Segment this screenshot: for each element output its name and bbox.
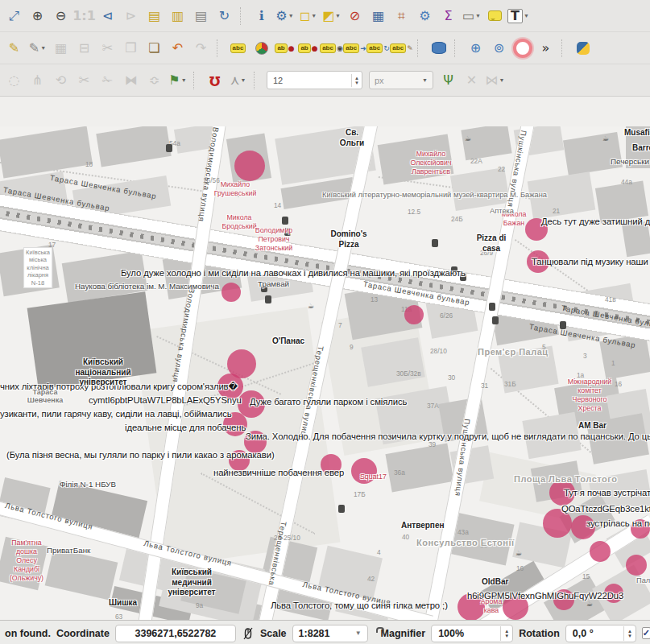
bookmark-show-icon[interactable]: ▥ [167, 5, 188, 27]
snap-tolerance[interactable]: 12▲▼ [267, 71, 362, 89]
map-canvas[interactable]: ☕☕☕☕☕Було дуже холодно і ми сиділи на ла… [0, 126, 650, 620]
toggle-editing-icon[interactable]: ✎▼ [27, 37, 48, 59]
bookmark-new-icon[interactable]: ▤ [143, 5, 165, 27]
pin-labels-icon[interactable]: ab● [274, 37, 296, 59]
python-console-icon[interactable] [572, 37, 594, 59]
redo-icon[interactable]: ↷ [190, 37, 212, 59]
house-number: 12.5 [408, 208, 420, 216]
pink-marker [590, 541, 611, 562]
processing-toolbox-icon[interactable]: ⚙ [414, 5, 436, 27]
split-parts-icon[interactable]: ✁ [97, 69, 118, 91]
curve-digitize-icon[interactable]: ⋈▼ [484, 69, 506, 91]
house-number: 4 [377, 548, 381, 556]
house-number: 42 [367, 575, 375, 583]
house-number: 16 [516, 564, 524, 572]
cut-features-icon[interactable]: ✂ [97, 37, 118, 59]
house-number: 63 [115, 613, 122, 620]
move-feature-icon[interactable]: ◌ [3, 69, 25, 91]
snap-unit[interactable]: px▼ [369, 71, 433, 89]
snapping-magnet-icon[interactable]: Ω [204, 69, 226, 91]
map-label: Pizza di casa [477, 233, 507, 254]
toolbar-separator [454, 39, 460, 57]
map-building [622, 221, 650, 258]
map-tips-icon[interactable] [484, 5, 506, 27]
bookmark-plain-icon[interactable]: ▤ [190, 5, 212, 27]
vertex-tool-icon[interactable]: ⋏▼ [227, 69, 249, 91]
scale-combo[interactable]: 1:8281 ▼ [292, 625, 368, 642]
undo-icon[interactable]: ↶ [167, 37, 188, 59]
toolbar-row-advanced-digitizing: ◌⋔⟲✂✁⧓≎⚑▼Ω⋏▼12▲▼px▼Ψ✕⋈▼ [0, 64, 650, 97]
reshape-features-icon[interactable]: ≎ [143, 69, 165, 91]
merge-features-icon[interactable]: ⧓ [120, 69, 142, 91]
map-label: Консульство Естонії [416, 538, 515, 547]
change-label-icon[interactable]: abc✎ [391, 37, 412, 59]
zoom-native-icon[interactable]: 1:1 [73, 5, 95, 27]
show-hide-labels-icon[interactable]: abc◉ [321, 37, 342, 59]
current-edits-icon[interactable]: ✎ [3, 37, 25, 59]
enable-tracing-icon[interactable]: Ψ [437, 69, 459, 91]
osm-place-search-icon[interactable] [511, 37, 533, 59]
rotate-feature-icon[interactable]: ⟲ [50, 69, 72, 91]
coordinate-input[interactable]: 3396271,6522782 [115, 625, 236, 642]
mouse-position-icon[interactable] [242, 626, 255, 641]
add-wms-layer-icon[interactable]: ⊕ [465, 37, 486, 59]
paste-features-icon[interactable]: ❏ [143, 37, 165, 59]
db-manager-icon[interactable] [428, 37, 449, 59]
house-number: 31Б [504, 380, 516, 388]
save-edits-icon[interactable]: ▦ [50, 37, 72, 59]
select-by-expression-icon[interactable]: ◩▼ [321, 5, 342, 27]
delete-selected-icon[interactable]: ⊟ [73, 37, 95, 59]
toolbar-separator [254, 72, 259, 89]
map-label: Філія N-1 НБУВ [60, 480, 116, 489]
house-number: 13 [371, 295, 378, 303]
map-label: Палац [636, 576, 650, 584]
house-number: 31 [481, 382, 488, 390]
zoom-full-icon[interactable]: ⤢ [3, 5, 25, 27]
measure-icon[interactable]: ▭▼ [461, 5, 482, 27]
highlight-pinned-labels-icon[interactable]: ab● [297, 37, 319, 59]
rotate-label-icon[interactable]: abc↻ [367, 37, 389, 59]
house-number: 16 [615, 380, 622, 388]
layer-labeling-icon[interactable]: abc [227, 37, 249, 59]
zoom-next-icon[interactable]: ⊳ [120, 5, 142, 27]
map-label: Наукова бібліотека ім. М. Максимовича [75, 282, 219, 291]
offset-curve-icon[interactable]: ⋔ [27, 69, 48, 91]
statistics-icon[interactable]: Σ [437, 5, 459, 27]
rotation-label: Rotation [519, 628, 560, 639]
map-building [0, 126, 93, 178]
move-label-icon[interactable]: abc➜ [344, 37, 366, 59]
house-number: 28/10 [430, 347, 447, 355]
field-calculator-icon[interactable]: ⌗ [391, 5, 412, 27]
split-features-icon[interactable]: ✂ [73, 69, 95, 91]
layer-diagram-icon[interactable] [250, 37, 272, 59]
open-attribute-table-icon[interactable]: ▦ [367, 5, 389, 27]
text-annotation-icon[interactable]: T▼ [507, 5, 529, 27]
map-label: Київський медичний університет [168, 568, 216, 598]
stepper-icon[interactable]: ▲▼ [500, 626, 512, 641]
toolbar-overflow-icon[interactable]: » [535, 37, 557, 59]
rotate-point-symbols-icon[interactable]: ⚑▼ [167, 69, 188, 91]
zoom-in-icon[interactable]: ⊕ [27, 5, 48, 27]
disabled-x-icon[interactable]: ✕ [461, 69, 482, 91]
refresh-icon[interactable]: ↻ [213, 5, 235, 27]
transit-stop-icon [338, 505, 345, 513]
toolbar-row-map-navigation: ⤢⊕⊖1:1⊲⊳▤▥▤↻ℹ⚙▼◻▼◩▼⊘▦⌗⚙Σ▭▼T▼ [0, 0, 650, 32]
identify-features-icon[interactable]: ℹ [250, 5, 272, 27]
stepper-icon[interactable]: ▲▼ [623, 626, 636, 641]
map-label: Микола Бродський [221, 213, 256, 231]
select-features-icon[interactable]: ◻▼ [297, 5, 319, 27]
map-label: Десь тут дуже затишний ді [541, 217, 650, 226]
run-feature-action-icon[interactable]: ⚙▼ [274, 5, 296, 27]
copy-features-icon[interactable]: ❐ [120, 37, 142, 59]
house-number: 30 [448, 374, 455, 382]
zoom-last-icon[interactable]: ⊲ [97, 5, 118, 27]
zoom-out-icon[interactable]: ⊖ [50, 5, 72, 27]
metasearch-icon[interactable]: ⊚ [488, 37, 510, 59]
magnifier-spinner[interactable]: 100% ▲▼ [431, 625, 513, 642]
map-label: ідеальне місце для побачень [125, 423, 246, 432]
house-number: 30Б/32в [396, 369, 421, 378]
map-building [461, 126, 511, 160]
render-checkbox[interactable]: ✓ [642, 627, 650, 639]
rotation-spinner[interactable]: 0,0 ° ▲▼ [565, 625, 636, 642]
deselect-features-icon[interactable]: ⊘ [344, 5, 366, 27]
